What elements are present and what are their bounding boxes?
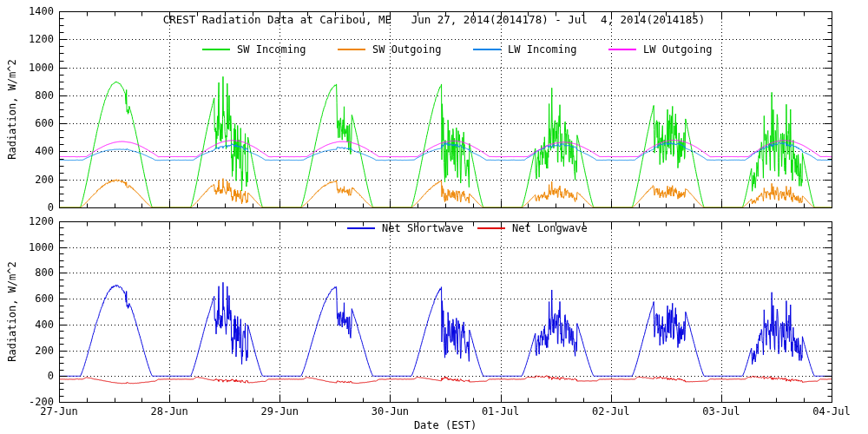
y-tick-label: 1000 [29,241,54,253]
legend-line-lw-incoming-icon [473,49,501,50]
x-tick-label: 02-Jul [576,405,646,418]
legend-label-net-longwave: Net Longwave [512,222,588,234]
y-tick-label: 0 [48,370,54,382]
legend-line-sw-outgoing-icon [338,49,365,50]
x-tick-label: 29-Jun [245,405,314,418]
x-tick-label: 30-Jun [355,405,424,418]
chart-title: CREST Radiation Data at Caribou, ME Jun … [0,14,868,26]
legend-line-lw-outgoing-icon [608,49,636,50]
x-tick-label: 04-Jul [797,405,866,418]
y-tick-label: 400 [35,145,54,157]
legend-label-lw-incoming: LW Incoming [508,43,576,56]
x-tick-label: 28-Jun [135,405,204,418]
y-tick-label: 400 [35,319,54,331]
y-tick-label: 1000 [29,62,54,74]
legend-label-net-shortwave: Net Shortwave [382,222,464,234]
y-tick-label: 0 [48,201,54,214]
y-tick-label: 200 [35,345,54,357]
radiation-chart-canvas [0,0,868,434]
y-tick-label: 600 [35,117,54,129]
y-tick-label: 600 [35,293,54,305]
y-axis-label-top: Radiation, W/m^2 [6,59,18,160]
legend-label-lw-outgoing: LW Outgoing [643,43,712,56]
x-tick-label: 01-Jul [466,405,536,418]
y-tick-label: 1200 [29,215,54,227]
x-axis-label: Date (EST) [272,419,619,431]
legend-line-net-longwave-icon [477,227,505,229]
y-tick-label: 800 [35,266,54,279]
y-tick-label: 1400 [29,5,54,17]
legend-line-sw-incoming-icon [202,49,230,50]
legend-label-sw-outgoing: SW Outgoing [372,43,441,56]
y-axis-label-bottom: Radiation, W/m^2 [6,261,18,362]
y-tick-label: 800 [35,89,54,102]
x-tick-label: 27-Jun [24,405,94,418]
x-tick-label: 03-Jul [687,405,756,418]
legend-label-sw-incoming: SW Incoming [237,43,306,56]
y-tick-label: 200 [35,174,54,186]
legend-line-net-shortwave-icon [347,227,375,229]
y-tick-label: 1200 [29,33,54,45]
radiation-figure: CREST Radiation Data at Caribou, ME Jun … [0,0,868,434]
